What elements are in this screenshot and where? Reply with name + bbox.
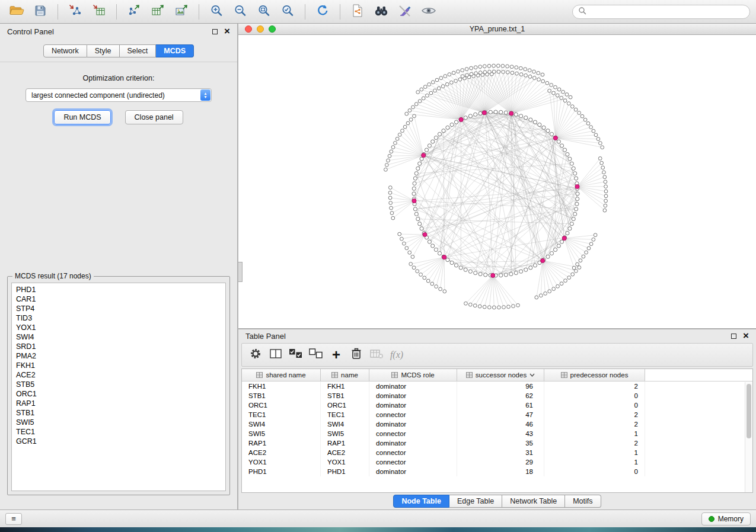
tab-style[interactable]: Style bbox=[87, 44, 120, 57]
panel-menu-button[interactable]: ≡ bbox=[5, 513, 22, 525]
toolbar-separator bbox=[305, 4, 305, 20]
mcds-result-item[interactable]: ORC1 bbox=[16, 389, 225, 399]
float-table-panel-icon[interactable] bbox=[731, 334, 736, 339]
column-header-successor-nodes[interactable]: successor nodes bbox=[457, 369, 544, 381]
float-panel-icon[interactable] bbox=[212, 29, 218, 34]
share-document-button[interactable] bbox=[347, 2, 368, 21]
list-icon: ≡ bbox=[11, 514, 16, 523]
table-cell: SWI4 bbox=[321, 419, 369, 429]
close-table-panel-icon[interactable]: × bbox=[743, 333, 749, 339]
criterion-dropdown[interactable]: largest connected component (undirected)… bbox=[25, 88, 212, 102]
mcds-result-item[interactable]: YOX1 bbox=[16, 323, 225, 332]
search-input[interactable] bbox=[590, 7, 744, 17]
mcds-result-item[interactable]: PMA2 bbox=[16, 351, 225, 361]
mcds-result-item[interactable]: RAP1 bbox=[16, 399, 225, 408]
table-row[interactable]: SWI5SWI5connector431 bbox=[242, 429, 752, 438]
show-hide-button[interactable] bbox=[418, 2, 439, 21]
table-cell: 0 bbox=[544, 400, 645, 410]
export-table-button[interactable] bbox=[147, 2, 168, 21]
mcds-result-item[interactable]: STB5 bbox=[16, 380, 225, 389]
delete-table-button[interactable] bbox=[366, 345, 387, 364]
tab-node-table[interactable]: Node Table bbox=[393, 495, 449, 508]
minimize-window-icon[interactable] bbox=[257, 25, 264, 33]
table-row[interactable]: TEC1TEC1connector472 bbox=[242, 410, 752, 419]
import-network-icon bbox=[68, 4, 82, 20]
delete-column-button[interactable] bbox=[346, 345, 366, 364]
table-cell: 47 bbox=[457, 410, 544, 419]
mcds-result-item[interactable]: STP4 bbox=[16, 304, 225, 313]
table-row[interactable]: STB1STB1dominator620 bbox=[242, 391, 752, 400]
table-row[interactable]: FKH1FKH1dominator962 bbox=[242, 382, 752, 391]
mcds-result-item[interactable]: TID3 bbox=[16, 313, 225, 323]
search-network-button[interactable] bbox=[371, 2, 392, 21]
memory-button[interactable]: Memory bbox=[701, 512, 751, 525]
mcds-result-item[interactable]: TEC1 bbox=[16, 427, 225, 437]
export-image-icon bbox=[174, 4, 189, 20]
column-header-predecessor-nodes[interactable]: predecessor nodes bbox=[544, 369, 645, 381]
open-file-button[interactable] bbox=[6, 2, 27, 21]
splitter-handle[interactable] bbox=[238, 262, 243, 282]
table-cell: SWI5 bbox=[321, 429, 369, 438]
function-builder-button[interactable]: f(x) bbox=[387, 345, 407, 364]
select-all-columns-button[interactable] bbox=[286, 345, 306, 364]
save-button[interactable] bbox=[30, 2, 51, 21]
node-table: shared namenameMCDS rolesuccessor nodesp… bbox=[241, 368, 753, 493]
mcds-result-item[interactable]: SRD1 bbox=[16, 342, 225, 351]
column-header-shared-name[interactable]: shared name bbox=[242, 369, 321, 381]
tab-select[interactable]: Select bbox=[120, 44, 157, 57]
run-mcds-button[interactable]: Run MCDS bbox=[54, 110, 110, 124]
close-panel-button[interactable]: Close panel bbox=[125, 110, 183, 124]
mcds-result-item[interactable]: ACE2 bbox=[16, 370, 225, 380]
toolbar-separator bbox=[199, 4, 199, 20]
import-network-button[interactable] bbox=[65, 2, 86, 21]
network-canvas[interactable] bbox=[238, 35, 754, 328]
close-panel-icon[interactable]: × bbox=[224, 28, 230, 34]
mcds-result-item[interactable]: PHD1 bbox=[16, 285, 225, 294]
table-row[interactable]: YOX1YOX1connector291 bbox=[242, 457, 752, 467]
mcds-result-item[interactable]: CAR1 bbox=[16, 294, 225, 304]
column-header-name[interactable]: name bbox=[321, 369, 369, 381]
tab-mcds[interactable]: MCDS bbox=[156, 44, 194, 57]
add-column-button[interactable]: + bbox=[326, 345, 346, 364]
function-icon: f(x) bbox=[390, 350, 403, 360]
tab-motifs[interactable]: Motifs bbox=[565, 495, 601, 508]
tab-network-table[interactable]: Network Table bbox=[502, 495, 565, 508]
table-row[interactable]: ORC1ORC1dominator610 bbox=[242, 400, 752, 410]
tab-network[interactable]: Network bbox=[43, 44, 87, 57]
table-row[interactable]: PHD1PHD1dominator180 bbox=[242, 467, 752, 476]
style-toggle-button[interactable] bbox=[394, 2, 416, 21]
refresh-button[interactable] bbox=[312, 2, 333, 21]
zoom-out-button[interactable] bbox=[229, 2, 251, 21]
table-row[interactable]: RAP1RAP1dominator352 bbox=[242, 438, 752, 448]
deselect-all-columns-button[interactable] bbox=[306, 345, 326, 364]
table-cell: 1 bbox=[544, 429, 645, 438]
table-row[interactable]: ACE2ACE2connector311 bbox=[242, 448, 752, 457]
mcds-result-item[interactable]: SWI5 bbox=[16, 418, 225, 427]
scrollbar-thumb[interactable] bbox=[747, 384, 751, 438]
table-cell: dominator bbox=[369, 391, 457, 400]
table-settings-button[interactable] bbox=[245, 345, 266, 364]
unchecked-boxes-icon bbox=[308, 348, 324, 362]
show-columns-button[interactable] bbox=[266, 345, 286, 364]
tab-edge-table[interactable]: Edge Table bbox=[449, 495, 502, 508]
zoom-fit-button[interactable] bbox=[253, 2, 275, 21]
zoom-fit-icon bbox=[257, 4, 271, 20]
column-header-MCDS-role[interactable]: MCDS role bbox=[369, 369, 457, 381]
table-row[interactable]: SWI4SWI4dominator462 bbox=[242, 419, 752, 429]
table-scrollbar[interactable] bbox=[745, 382, 752, 492]
zoom-selected-button[interactable] bbox=[277, 2, 298, 21]
table-tabs: Node TableEdge TableNetwork TableMotifs bbox=[238, 493, 756, 509]
mcds-result-item[interactable]: GCR1 bbox=[16, 437, 225, 446]
maximize-window-icon[interactable] bbox=[269, 25, 276, 33]
mcds-result-item[interactable]: SWI4 bbox=[16, 332, 225, 342]
export-image-button[interactable] bbox=[171, 2, 192, 21]
zoom-in-button[interactable] bbox=[206, 2, 227, 21]
export-network-button[interactable] bbox=[123, 2, 145, 21]
table-grid-icon bbox=[331, 372, 338, 378]
chevron-down-icon bbox=[529, 373, 535, 377]
import-table-button[interactable] bbox=[88, 2, 110, 21]
mcds-result-item[interactable]: STB1 bbox=[16, 408, 225, 418]
close-window-icon[interactable] bbox=[245, 25, 252, 33]
control-panel-tabs: NetworkStyleSelectMCDS bbox=[0, 39, 237, 62]
mcds-result-item[interactable]: FKH1 bbox=[16, 361, 225, 370]
